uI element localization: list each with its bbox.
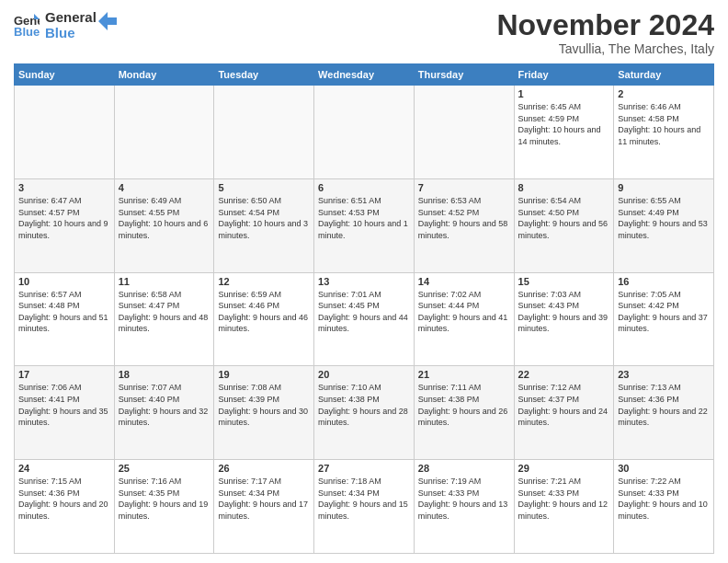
table-row: 10Sunrise: 6:57 AM Sunset: 4:48 PM Dayli… bbox=[15, 272, 115, 366]
col-wednesday: Wednesday bbox=[314, 64, 415, 86]
day-detail: Sunrise: 7:06 AM Sunset: 4:41 PM Dayligh… bbox=[18, 382, 110, 428]
table-row: 2Sunrise: 6:46 AM Sunset: 4:58 PM Daylig… bbox=[614, 86, 714, 179]
day-number: 11 bbox=[119, 276, 210, 287]
day-number: 23 bbox=[618, 369, 710, 380]
table-row bbox=[314, 86, 415, 179]
day-detail: Sunrise: 7:10 AM Sunset: 4:38 PM Dayligh… bbox=[318, 382, 410, 428]
day-number: 21 bbox=[418, 369, 510, 380]
day-detail: Sunrise: 6:53 AM Sunset: 4:52 PM Dayligh… bbox=[418, 195, 510, 241]
day-detail: Sunrise: 7:07 AM Sunset: 4:40 PM Dayligh… bbox=[119, 382, 210, 428]
day-detail: Sunrise: 6:50 AM Sunset: 4:54 PM Dayligh… bbox=[218, 195, 310, 241]
day-detail: Sunrise: 6:58 AM Sunset: 4:47 PM Dayligh… bbox=[119, 289, 210, 335]
day-detail: Sunrise: 7:15 AM Sunset: 4:36 PM Dayligh… bbox=[18, 476, 110, 522]
day-number: 15 bbox=[518, 276, 610, 287]
table-row: 27Sunrise: 7:18 AM Sunset: 4:34 PM Dayli… bbox=[314, 460, 415, 554]
day-number: 9 bbox=[618, 182, 710, 193]
calendar-week-2: 3Sunrise: 6:47 AM Sunset: 4:57 PM Daylig… bbox=[15, 178, 714, 272]
day-number: 16 bbox=[618, 276, 710, 287]
day-detail: Sunrise: 7:17 AM Sunset: 4:34 PM Dayligh… bbox=[218, 476, 310, 522]
table-row: 1Sunrise: 6:45 AM Sunset: 4:59 PM Daylig… bbox=[514, 86, 614, 179]
table-row: 16Sunrise: 7:05 AM Sunset: 4:42 PM Dayli… bbox=[614, 272, 714, 366]
logo-general: General bbox=[45, 9, 97, 25]
day-detail: Sunrise: 7:13 AM Sunset: 4:36 PM Dayligh… bbox=[618, 382, 710, 428]
col-saturday: Saturday bbox=[614, 64, 714, 86]
calendar-week-5: 24Sunrise: 7:15 AM Sunset: 4:36 PM Dayli… bbox=[15, 460, 714, 554]
table-row: 25Sunrise: 7:16 AM Sunset: 4:35 PM Dayli… bbox=[114, 460, 214, 554]
day-number: 27 bbox=[318, 463, 410, 474]
table-row: 14Sunrise: 7:02 AM Sunset: 4:44 PM Dayli… bbox=[414, 272, 514, 366]
table-row: 15Sunrise: 7:03 AM Sunset: 4:43 PM Dayli… bbox=[514, 272, 614, 366]
logo: General Blue General Blue bbox=[14, 9, 117, 41]
day-number: 18 bbox=[119, 369, 210, 380]
table-row: 23Sunrise: 7:13 AM Sunset: 4:36 PM Dayli… bbox=[614, 366, 714, 460]
day-number: 26 bbox=[218, 463, 310, 474]
header: General Blue General Blue November 2024 … bbox=[14, 9, 714, 56]
day-number: 19 bbox=[218, 369, 310, 380]
day-detail: Sunrise: 7:12 AM Sunset: 4:37 PM Dayligh… bbox=[518, 382, 610, 428]
day-detail: Sunrise: 6:55 AM Sunset: 4:49 PM Dayligh… bbox=[618, 195, 710, 241]
day-detail: Sunrise: 6:51 AM Sunset: 4:53 PM Dayligh… bbox=[318, 195, 410, 241]
day-number: 8 bbox=[518, 182, 610, 193]
col-thursday: Thursday bbox=[414, 64, 514, 86]
day-detail: Sunrise: 6:57 AM Sunset: 4:48 PM Dayligh… bbox=[18, 289, 110, 335]
table-row: 28Sunrise: 7:19 AM Sunset: 4:33 PM Dayli… bbox=[414, 460, 514, 554]
table-row: 9Sunrise: 6:55 AM Sunset: 4:49 PM Daylig… bbox=[614, 178, 714, 272]
calendar-container: General Blue General Blue November 2024 … bbox=[0, 0, 728, 563]
day-number: 5 bbox=[218, 182, 310, 193]
table-row: 8Sunrise: 6:54 AM Sunset: 4:50 PM Daylig… bbox=[514, 178, 614, 272]
day-detail: Sunrise: 7:05 AM Sunset: 4:42 PM Dayligh… bbox=[618, 289, 710, 335]
table-row: 17Sunrise: 7:06 AM Sunset: 4:41 PM Dayli… bbox=[15, 366, 115, 460]
table-row: 21Sunrise: 7:11 AM Sunset: 4:38 PM Dayli… bbox=[414, 366, 514, 460]
day-detail: Sunrise: 7:21 AM Sunset: 4:33 PM Dayligh… bbox=[518, 476, 610, 522]
day-detail: Sunrise: 6:47 AM Sunset: 4:57 PM Dayligh… bbox=[18, 195, 110, 241]
day-number: 7 bbox=[418, 182, 510, 193]
table-row: 30Sunrise: 7:22 AM Sunset: 4:33 PM Dayli… bbox=[614, 460, 714, 554]
calendar-week-4: 17Sunrise: 7:06 AM Sunset: 4:41 PM Dayli… bbox=[15, 366, 714, 460]
table-row bbox=[114, 86, 214, 179]
day-detail: Sunrise: 7:22 AM Sunset: 4:33 PM Dayligh… bbox=[618, 476, 710, 522]
day-detail: Sunrise: 7:02 AM Sunset: 4:44 PM Dayligh… bbox=[418, 289, 510, 335]
col-monday: Monday bbox=[114, 64, 214, 86]
table-row bbox=[214, 86, 314, 179]
table-row: 29Sunrise: 7:21 AM Sunset: 4:33 PM Dayli… bbox=[514, 460, 614, 554]
location-subtitle: Tavullia, The Marches, Italy bbox=[496, 41, 714, 56]
day-detail: Sunrise: 6:45 AM Sunset: 4:59 PM Dayligh… bbox=[518, 101, 610, 147]
table-row: 24Sunrise: 7:15 AM Sunset: 4:36 PM Dayli… bbox=[15, 460, 115, 554]
calendar-week-1: 1Sunrise: 6:45 AM Sunset: 4:59 PM Daylig… bbox=[15, 86, 714, 179]
day-detail: Sunrise: 7:11 AM Sunset: 4:38 PM Dayligh… bbox=[418, 382, 510, 428]
table-row: 11Sunrise: 6:58 AM Sunset: 4:47 PM Dayli… bbox=[114, 272, 214, 366]
table-row bbox=[414, 86, 514, 179]
day-number: 13 bbox=[318, 276, 410, 287]
day-number: 6 bbox=[318, 182, 410, 193]
day-number: 29 bbox=[518, 463, 610, 474]
day-number: 14 bbox=[418, 276, 510, 287]
day-detail: Sunrise: 6:54 AM Sunset: 4:50 PM Dayligh… bbox=[518, 195, 610, 241]
table-row bbox=[15, 86, 115, 179]
table-row: 5Sunrise: 6:50 AM Sunset: 4:54 PM Daylig… bbox=[214, 178, 314, 272]
day-number: 2 bbox=[618, 88, 710, 99]
day-detail: Sunrise: 7:08 AM Sunset: 4:39 PM Dayligh… bbox=[218, 382, 310, 428]
day-detail: Sunrise: 7:18 AM Sunset: 4:34 PM Dayligh… bbox=[318, 476, 410, 522]
col-tuesday: Tuesday bbox=[214, 64, 314, 86]
day-number: 25 bbox=[119, 463, 210, 474]
table-row: 20Sunrise: 7:10 AM Sunset: 4:38 PM Dayli… bbox=[314, 366, 415, 460]
day-detail: Sunrise: 6:59 AM Sunset: 4:46 PM Dayligh… bbox=[218, 289, 310, 335]
day-detail: Sunrise: 7:01 AM Sunset: 4:45 PM Dayligh… bbox=[318, 289, 410, 335]
calendar-table: Sunday Monday Tuesday Wednesday Thursday… bbox=[14, 63, 714, 554]
table-row: 13Sunrise: 7:01 AM Sunset: 4:45 PM Dayli… bbox=[314, 272, 415, 366]
day-number: 20 bbox=[318, 369, 410, 380]
day-number: 12 bbox=[218, 276, 310, 287]
day-detail: Sunrise: 6:49 AM Sunset: 4:55 PM Dayligh… bbox=[119, 195, 210, 241]
logo-arrow-icon bbox=[98, 12, 117, 30]
col-friday: Friday bbox=[514, 64, 614, 86]
calendar-header-row: Sunday Monday Tuesday Wednesday Thursday… bbox=[15, 64, 714, 86]
logo-icon: General Blue bbox=[14, 12, 40, 38]
table-row: 26Sunrise: 7:17 AM Sunset: 4:34 PM Dayli… bbox=[214, 460, 314, 554]
day-number: 3 bbox=[18, 182, 110, 193]
svg-marker-3 bbox=[98, 12, 117, 30]
day-number: 4 bbox=[119, 182, 210, 193]
table-row: 18Sunrise: 7:07 AM Sunset: 4:40 PM Dayli… bbox=[114, 366, 214, 460]
month-title: November 2024 bbox=[496, 9, 714, 41]
title-block: November 2024 Tavullia, The Marches, Ita… bbox=[496, 9, 714, 56]
table-row: 7Sunrise: 6:53 AM Sunset: 4:52 PM Daylig… bbox=[414, 178, 514, 272]
